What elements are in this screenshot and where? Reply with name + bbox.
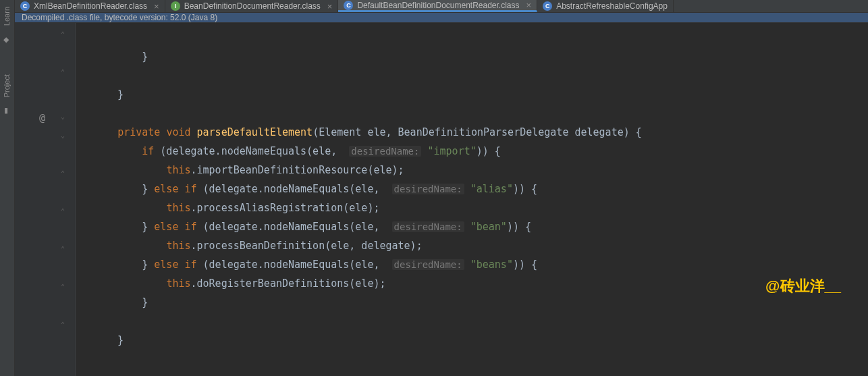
fold-marker-icon[interactable]: ⌃ bbox=[61, 170, 67, 177]
interface-icon: I bbox=[171, 1, 180, 11]
decompiled-notice-bar: Decompiled .class file, bytecode version… bbox=[15, 13, 868, 23]
code-line: } bbox=[93, 334, 124, 346]
code-line: this.importBeanDefinitionResource(ele); bbox=[93, 164, 404, 176]
fold-marker-icon[interactable]: ⌃ bbox=[61, 321, 67, 328]
close-icon[interactable]: × bbox=[526, 0, 532, 10]
fold-marker-icon[interactable]: ⌃ bbox=[61, 208, 67, 215]
tool-window-bar: ◆ Learn ▮ Project bbox=[0, 0, 15, 376]
close-icon[interactable]: × bbox=[327, 1, 333, 11]
override-gutter-icon[interactable]: @ bbox=[39, 112, 45, 124]
fold-marker-icon[interactable]: ⌃ bbox=[61, 246, 67, 252]
fold-marker-icon[interactable]: ⌃ bbox=[61, 69, 67, 76]
tab-label: AbstractRefreshableConfigApp bbox=[556, 1, 668, 11]
tab-xmlbeandefinitionreader[interactable]: C XmlBeanDefinitionReader.class × bbox=[15, 0, 165, 12]
decompiled-notice-text: Decompiled .class file, bytecode version… bbox=[22, 13, 217, 22]
code-line: private void parseDefaultElement(Element… bbox=[93, 126, 642, 138]
tab-label: BeanDefinitionDocumentReader.class bbox=[184, 1, 321, 11]
fold-marker-icon[interactable]: ⌄ bbox=[61, 132, 67, 139]
editor-tabs-bar: C XmlBeanDefinitionReader.class × I Bean… bbox=[15, 0, 868, 13]
code-line: this.doRegisterBeanDefinitions(ele); bbox=[93, 277, 385, 290]
gutter: ⌃ ⌃ @ ⌄ ⌄ ⌃ ⌃ ⌃ ⌃ ⌃ bbox=[15, 23, 76, 376]
learn-icon[interactable]: ◆ bbox=[3, 34, 11, 42]
code-line: } bbox=[93, 51, 148, 63]
code-line: } bbox=[93, 296, 148, 308]
code-line: } else if (delegate.nodeNameEquals(ele, … bbox=[93, 259, 537, 271]
code-line: } bbox=[93, 88, 124, 101]
fold-marker-icon[interactable]: ⌄ bbox=[61, 113, 67, 120]
code-editor[interactable]: ⌃ ⌃ @ ⌄ ⌄ ⌃ ⌃ ⌃ ⌃ ⌃ } } private void par… bbox=[15, 23, 868, 376]
tab-label: XmlBeanDefinitionReader.class bbox=[34, 1, 147, 11]
learn-tool-button[interactable]: Learn bbox=[3, 7, 11, 26]
code-line: this.processAliasRegistration(ele); bbox=[93, 202, 379, 214]
class-icon: C bbox=[344, 1, 353, 10]
editor-main: C XmlBeanDefinitionReader.class × I Bean… bbox=[15, 0, 868, 376]
code-line: if (delegate.nodeNameEquals(ele, desired… bbox=[93, 145, 501, 157]
tab-defaultbeandefinitiondocumentreader[interactable]: C DefaultBeanDefinitionDocumentReader.cl… bbox=[338, 0, 537, 12]
project-icon[interactable]: ▮ bbox=[3, 105, 11, 113]
tab-beandefinitiondocumentreader[interactable]: I BeanDefinitionDocumentReader.class × bbox=[165, 0, 339, 12]
fold-marker-icon[interactable]: ⌃ bbox=[61, 31, 67, 38]
code-line: } else if (delegate.nodeNameEquals(ele, … bbox=[93, 183, 537, 195]
code-area[interactable]: } } private void parseDefaultElement(Ele… bbox=[76, 23, 868, 376]
fold-marker-icon[interactable]: ⌃ bbox=[61, 284, 67, 290]
code-line: this.processBeanDefinition(ele, delegate… bbox=[93, 240, 423, 252]
class-icon: C bbox=[543, 1, 552, 11]
close-icon[interactable]: × bbox=[154, 1, 159, 11]
tab-label: DefaultBeanDefinitionDocumentReader.clas… bbox=[357, 1, 519, 10]
project-tool-button[interactable]: Project bbox=[3, 74, 11, 97]
code-line: } else if (delegate.nodeNameEquals(ele, … bbox=[93, 221, 531, 233]
tab-abstractrefreshableconfigapp[interactable]: C AbstractRefreshableConfigApp bbox=[537, 0, 674, 12]
class-icon: C bbox=[20, 1, 30, 11]
watermark: @砖业洋__ bbox=[765, 277, 841, 296]
